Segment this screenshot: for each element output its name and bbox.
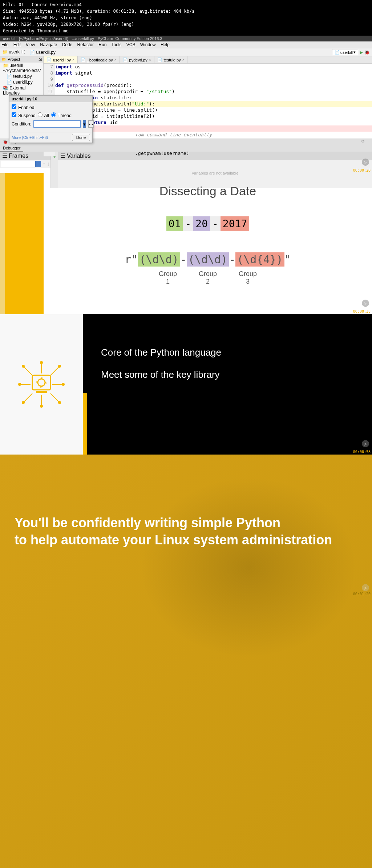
frames-icon: ☰ — [2, 152, 7, 159]
menu-file[interactable]: File — [1, 42, 8, 47]
regex-example: r"(\d\d)-(\d\d)-(\d{4})" — [51, 253, 365, 266]
run-button-icon[interactable]: ▶ — [360, 50, 363, 55]
project-header[interactable]: 📂 Project ⇲ — [0, 56, 43, 63]
menubar: File Edit View Navigate Code Refactor Ru… — [0, 41, 372, 48]
tree-external-libs[interactable]: 📚 External Libraries — [0, 85, 43, 96]
date-month: 01 — [166, 216, 183, 231]
svg-rect-17 — [36, 391, 47, 393]
play-overlay-icon: ▷ — [362, 300, 369, 307]
enabled-checkbox[interactable]: Enabled — [12, 104, 34, 110]
size-line: Size: 4945528 bytes (4.72 MiB), duration… — [3, 8, 369, 15]
menu-run[interactable]: Run — [98, 42, 106, 47]
breadcrumb-project[interactable]: 📁 userkill 〉 — [2, 49, 28, 55]
breadcrumb-bar: 📁 userkill 〉 📄 userkill.py 📄 userkill ▾ … — [0, 48, 372, 56]
close-icon[interactable]: × — [182, 58, 185, 62]
svg-point-18 — [38, 379, 45, 386]
regex-group3: (\d{4}) — [235, 252, 284, 267]
menu-help[interactable]: Help — [161, 42, 170, 47]
slide3-line2: Meet some of the key library — [101, 369, 354, 380]
condition-dropdown-icon[interactable]: ▾ — [83, 120, 86, 128]
accent-bar — [83, 393, 87, 455]
date-year: 2017 — [221, 216, 249, 231]
group3-label: Group3 — [233, 270, 262, 285]
all-radio[interactable]: All — [38, 112, 49, 118]
svg-line-10 — [23, 393, 32, 403]
tab-testuid[interactable]: 📄 testuid.py × — [154, 56, 188, 63]
condition-label: Condition: — [12, 121, 31, 127]
play-overlay-icon: ▷ — [362, 159, 369, 166]
menu-edit[interactable]: Edit — [13, 42, 21, 47]
window-title: userkill - [~/PycharmProjects/userkill] … — [0, 36, 372, 41]
slide4-text: You'll be confidently writing simple Pyt… — [15, 515, 332, 549]
close-icon[interactable]: × — [149, 58, 151, 62]
svg-line-8 — [23, 366, 32, 375]
condition-expand-icon[interactable]: ⋯ — [88, 120, 94, 128]
play-overlay-icon: ▷ — [362, 584, 369, 591]
tab-userkill[interactable]: 📄 userkill.py × — [44, 56, 78, 63]
svg-line-11 — [50, 393, 60, 403]
timestamp-4: 00:01:20 — [353, 592, 371, 596]
more-link[interactable]: More (Ctrl+Shift+F8) — [12, 135, 48, 140]
tree-root[interactable]: 📁 userkill ~/PycharmProjects/ — [0, 63, 43, 73]
svg-line-9 — [50, 366, 60, 375]
slide-dissecting-date: Dissecting a Date 01 - 20 - 2017 r"(\d\d… — [0, 173, 372, 314]
close-icon[interactable]: × — [72, 58, 74, 62]
slide-core-python: Core of the Python language Meet some of… — [0, 314, 372, 455]
ide-screenshot: userkill - [~/PycharmProjects/userkill] … — [0, 36, 372, 173]
editor-tabs: 📄 userkill.py × 📄 _bootlocale.py × 📄 pyd… — [44, 56, 372, 64]
gen-line: Generated by Thumbnail me — [3, 28, 369, 34]
menu-tools[interactable]: Tools — [111, 42, 121, 47]
menu-refactor[interactable]: Refactor — [77, 42, 94, 47]
play-overlay-icon: ▷ — [362, 440, 369, 447]
menu-vcs[interactable]: VCS — [126, 42, 136, 47]
timestamp-3: 00:00:58 — [353, 450, 371, 454]
slide2-accent-bar — [0, 173, 44, 314]
debugger-tab[interactable]: Debugger — [0, 145, 23, 152]
slide-conclusion: You'll be confidently writing simple Pyt… — [0, 455, 372, 868]
date-example: 01 - 20 - 2017 — [51, 216, 365, 231]
date-day: 20 — [193, 216, 210, 231]
timestamp-1: 00:00:20 — [353, 168, 371, 172]
tree-file-userkill[interactable]: 📄 userkill.py — [0, 79, 43, 85]
thread-radio[interactable]: Thread — [51, 112, 72, 118]
timestamp-2: 00:00:38 — [353, 309, 371, 313]
regex-group2: (\d\d) — [187, 252, 229, 267]
sidebar-collapse-icon[interactable]: ⇲ — [39, 57, 42, 62]
date-sep2: - — [210, 216, 221, 231]
slide3-icon-area — [0, 314, 83, 455]
debug-button-icon[interactable]: 🐞 — [364, 50, 370, 55]
frames-dropdown-icon[interactable] — [35, 161, 41, 167]
group1-label: Group1 — [153, 270, 182, 285]
menu-view[interactable]: View — [26, 42, 35, 47]
frame-up-icon[interactable]: ↑ — [41, 161, 47, 167]
breadcrumb-file[interactable]: 📄 userkill.py — [29, 50, 56, 55]
gear-icon[interactable]: ⚙ — [361, 139, 365, 144]
video-metadata-header: File: 01 - Course Overview.mp4 Size: 494… — [0, 0, 372, 36]
breakpoint-popup: userkill.py:16 Enabled Suspend All Threa… — [9, 95, 93, 143]
tree-file-testuid[interactable]: 📄 testuid.py — [0, 73, 43, 79]
done-button[interactable]: Done — [72, 134, 90, 141]
menu-code[interactable]: Code — [62, 42, 73, 47]
slide2-title: Dissecting a Date — [51, 184, 365, 198]
computer-gear-icon — [16, 359, 67, 410]
svg-rect-16 — [32, 375, 50, 390]
frames-select[interactable] — [1, 161, 35, 167]
audio-line: Audio: aac, 44100 Hz, stereo (eng) — [3, 15, 369, 21]
tab-bootlocale[interactable]: 📄 _bootlocale.py × — [78, 56, 120, 63]
regex-group1: (\d\d) — [138, 252, 180, 267]
video-line: Video: h264, yuv420p, 1280x720, 30.00 fp… — [3, 21, 369, 28]
file-line: File: 01 - Course Overview.mp4 — [3, 1, 369, 8]
group2-label: Group2 — [193, 270, 222, 285]
laptop-background — [140, 476, 357, 658]
run-config-selector[interactable]: 📄 userkill ▾ — [332, 49, 358, 55]
menu-navigate[interactable]: Navigate — [40, 42, 57, 47]
condition-input[interactable] — [33, 120, 81, 128]
group-labels: Group1 Group2 Group3 — [51, 270, 365, 285]
suspend-checkbox[interactable]: Suspend — [12, 112, 36, 118]
menu-window[interactable]: Window — [140, 42, 156, 47]
tab-pydevd[interactable]: 📄 pydevd.py × — [120, 56, 154, 63]
date-sep1: - — [183, 216, 193, 231]
popup-title: userkill.py:16 — [9, 96, 92, 102]
close-icon[interactable]: × — [114, 58, 117, 62]
frame-down-icon[interactable]: ↓ — [47, 161, 50, 167]
